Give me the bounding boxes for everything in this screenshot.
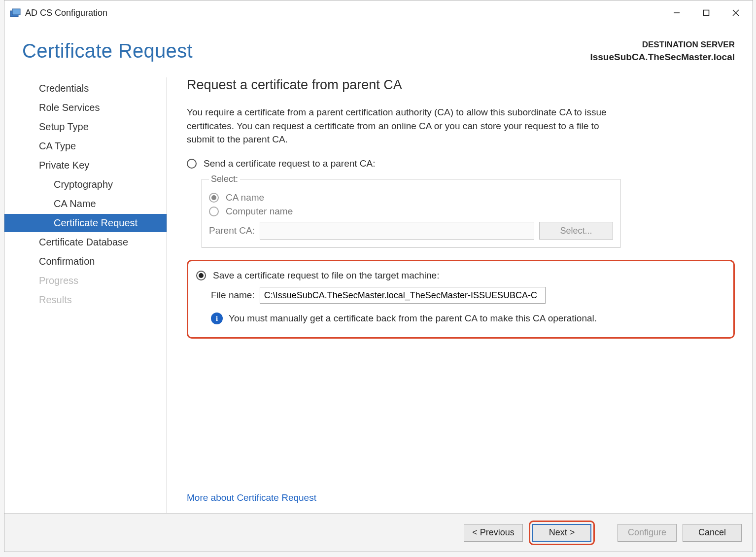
app-icon <box>9 8 21 18</box>
destination-block: DESTINATION SERVER IssueSubCA.TheSecMast… <box>590 40 735 63</box>
svg-rect-3 <box>704 10 709 16</box>
previous-button[interactable]: < Previous <box>464 524 523 542</box>
destination-label: DESTINATION SERVER <box>590 40 735 50</box>
header: Certificate Request DESTINATION SERVER I… <box>4 25 753 69</box>
sidebar-item-ca-name[interactable]: CA Name <box>4 195 167 213</box>
info-text: You must manually get a certificate back… <box>229 313 597 324</box>
close-button[interactable] <box>721 0 751 25</box>
page-title: Certificate Request <box>22 40 193 62</box>
sidebar-item-certificate-database[interactable]: Certificate Database <box>4 233 167 251</box>
sidebar-item-cryptography[interactable]: Cryptography <box>4 175 167 194</box>
option-send-request[interactable]: Send a certificate request to a parent C… <box>187 158 735 169</box>
option-send-label: Send a certificate request to a parent C… <box>204 158 376 169</box>
wizard-sidebar: Credentials Role Services Setup Type CA … <box>4 77 167 513</box>
sidebar-item-confirmation[interactable]: Confirmation <box>4 252 167 271</box>
suboption-computer-name-label: Computer name <box>226 206 293 217</box>
file-name-label: File name: <box>211 290 255 301</box>
sidebar-item-role-services[interactable]: Role Services <box>4 99 167 117</box>
sidebar-item-setup-type[interactable]: Setup Type <box>4 118 167 136</box>
maximize-button[interactable] <box>691 0 721 25</box>
radio-icon <box>209 193 219 203</box>
parent-ca-input <box>260 222 534 240</box>
intro-text: You require a certificate from a parent … <box>187 105 620 146</box>
configure-button: Configure <box>618 524 677 542</box>
sidebar-item-credentials[interactable]: Credentials <box>4 79 167 98</box>
destination-server: IssueSubCA.TheSecMaster.local <box>590 52 735 63</box>
select-group: Select: CA name Computer name Parent CA:… <box>202 174 620 248</box>
app-title: AD CS Configuration <box>25 8 107 18</box>
suboption-ca-name-label: CA name <box>226 192 264 203</box>
cancel-button[interactable]: Cancel <box>683 524 742 542</box>
minimize-button[interactable] <box>662 0 691 25</box>
radio-icon <box>187 159 197 169</box>
radio-icon <box>196 271 206 280</box>
adcs-config-window: AD CS Configuration Certificate Request … <box>4 0 753 552</box>
radio-icon <box>209 207 219 216</box>
svg-rect-1 <box>12 9 20 15</box>
sidebar-item-certificate-request[interactable]: Certificate Request <box>4 214 167 232</box>
sidebar-item-results: Results <box>4 291 167 309</box>
parent-ca-label: Parent CA: <box>209 225 255 236</box>
select-legend: Select: <box>209 174 240 184</box>
titlebar: AD CS Configuration <box>4 0 753 25</box>
option-save-request[interactable]: Save a certificate request to file on th… <box>196 270 725 281</box>
parent-ca-select-button: Select... <box>539 222 613 240</box>
footer: < Previous Next > Configure Cancel <box>4 513 753 552</box>
more-about-link[interactable]: More about Certificate Request <box>187 473 735 513</box>
file-name-input[interactable] <box>260 287 546 304</box>
suboption-ca-name: CA name <box>209 192 613 203</box>
sidebar-item-private-key[interactable]: Private Key <box>4 156 167 174</box>
next-highlight: Next > <box>529 521 595 545</box>
info-icon: i <box>211 313 223 324</box>
highlight-save-section: Save a certificate request to file on th… <box>187 260 735 339</box>
next-button[interactable]: Next > <box>532 524 591 542</box>
main-panel: Request a certificate from parent CA You… <box>167 77 735 513</box>
sidebar-item-progress: Progress <box>4 272 167 290</box>
sidebar-item-ca-type[interactable]: CA Type <box>4 137 167 155</box>
suboption-computer-name: Computer name <box>209 206 613 217</box>
main-heading: Request a certificate from parent CA <box>187 77 735 93</box>
option-save-label: Save a certificate request to file on th… <box>213 270 439 281</box>
